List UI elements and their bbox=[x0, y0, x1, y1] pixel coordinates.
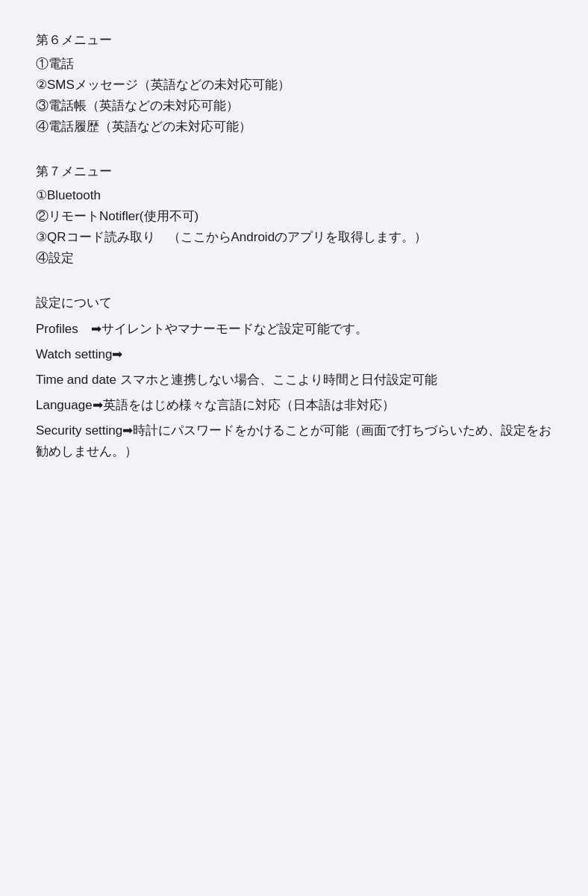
watch-setting-label: Watch setting bbox=[36, 347, 112, 361]
language-arrow-icon: ➡ bbox=[93, 395, 103, 416]
profiles-description: サイレントやマナーモードなど設定可能です。 bbox=[101, 322, 368, 336]
settings-section: 設定について Profiles ➡サイレントやマナーモードなど設定可能です。 W… bbox=[36, 293, 552, 461]
language-description: 英語をはじめ様々な言語に対応（日本語は非対応） bbox=[103, 398, 395, 412]
time-date-label: Time and date bbox=[36, 373, 116, 387]
watch-setting-arrow-icon: ➡ bbox=[112, 344, 122, 365]
security-setting-label: Security setting bbox=[36, 423, 122, 438]
section-7-item-3: ③QRコード読み取り （ここからAndroidのアプリを取得します。） bbox=[36, 227, 552, 248]
section-7-item-1: ①Bluetooth bbox=[36, 185, 552, 206]
section-7-item-4: ④設定 bbox=[36, 248, 552, 269]
time-date-item: Time and date スマホと連携しない場合、ここより時間と日付設定可能 bbox=[36, 370, 552, 391]
section-7-title: 第７メニュー bbox=[36, 161, 552, 182]
section-6-item-1: ①電話 bbox=[36, 54, 552, 75]
section-6-title: 第６メニュー bbox=[36, 30, 552, 51]
settings-title: 設定について bbox=[36, 293, 552, 314]
watch-setting-item: Watch setting➡ bbox=[36, 344, 552, 365]
profiles-item: Profiles ➡サイレントやマナーモードなど設定可能です。 bbox=[36, 319, 552, 340]
profiles-label: Profiles bbox=[36, 322, 91, 336]
time-date-description: スマホと連携しない場合、ここより時間と日付設定可能 bbox=[116, 373, 437, 387]
security-setting-item: Security setting➡時計にパスワードをかけることが可能（画面で打ち… bbox=[36, 420, 552, 462]
language-item: Language➡英語をはじめ様々な言語に対応（日本語は非対応） bbox=[36, 395, 552, 416]
section-6-item-3: ③電話帳（英語などの未対応可能） bbox=[36, 96, 552, 116]
section-6-item-4: ④電話履歴（英語などの未対応可能） bbox=[36, 116, 552, 137]
section-7-item-2: ②リモートNotifler(使用不可) bbox=[36, 206, 552, 227]
section-6-item-2: ②SMSメッセージ（英語などの未対応可能） bbox=[36, 75, 552, 96]
language-label: Language bbox=[36, 398, 93, 412]
profiles-arrow-icon: ➡ bbox=[91, 319, 101, 340]
security-setting-arrow-icon: ➡ bbox=[122, 420, 133, 441]
section-6: 第６メニュー ①電話 ②SMSメッセージ（英語などの未対応可能） ③電話帳（英語… bbox=[36, 30, 552, 137]
section-7: 第７メニュー ①Bluetooth ②リモートNotifler(使用不可) ③Q… bbox=[36, 161, 552, 269]
